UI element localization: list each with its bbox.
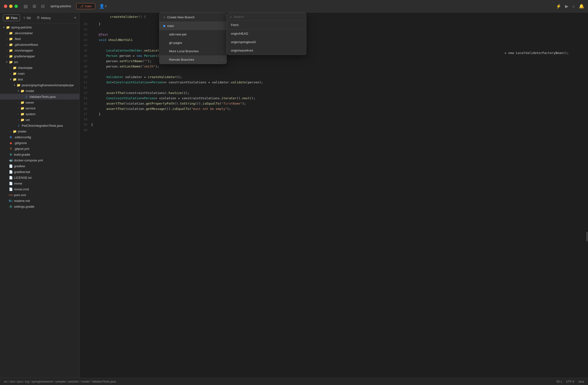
list-item[interactable]: ⚙ settings.gradle bbox=[0, 204, 79, 209]
close-button[interactable] bbox=[4, 5, 7, 8]
line-number: 47 bbox=[80, 59, 91, 64]
list-item[interactable]: › 📁 service bbox=[0, 105, 79, 111]
list-item[interactable]: › 📁 .github/workflows bbox=[0, 42, 79, 47]
list-item[interactable]: ⚙ build.gradle bbox=[0, 152, 79, 157]
sidebar-toggle-icon[interactable]: ▤ bbox=[23, 3, 29, 10]
list-item[interactable]: 📄 LICENSE.txt bbox=[0, 175, 79, 180]
list-item[interactable]: › 📁 main bbox=[0, 71, 79, 76]
item-label: ValidatorTests.java bbox=[29, 95, 56, 98]
list-item[interactable]: › 📁 .fleet bbox=[0, 36, 79, 42]
line-number: 60 bbox=[80, 128, 91, 133]
list-item[interactable]: › 📁 vet bbox=[0, 117, 79, 123]
tree-root[interactable]: ▼ 📁 spring-petclinic bbox=[0, 24, 79, 30]
folder-icon: 📁 bbox=[9, 31, 13, 35]
gradle-icon: ⚙ bbox=[9, 204, 13, 209]
docker-icon: 🐳 bbox=[9, 158, 13, 162]
chevron-down-icon: ▼ bbox=[13, 83, 16, 87]
chevron-right-icon: › bbox=[16, 112, 20, 116]
list-item[interactable]: J ValidatorTests.java bbox=[0, 94, 79, 99]
list-item[interactable]: 📄 gradlew.bat bbox=[0, 169, 79, 175]
file-path: src / test / java / org / springframewor… bbox=[4, 380, 556, 383]
scrollbar-track[interactable] bbox=[586, 13, 588, 378]
item-label: vet bbox=[25, 118, 30, 122]
list-item[interactable]: › 📁 owner bbox=[0, 99, 79, 105]
chevron-right-icon: › bbox=[9, 72, 13, 76]
remote-branches-item[interactable]: Remote Branches › bbox=[159, 56, 227, 64]
diff-icon[interactable]: ⊟ bbox=[40, 3, 46, 10]
branch-item-main[interactable]: main bbox=[159, 22, 227, 30]
list-item[interactable]: ⚙ .editorconfig bbox=[0, 134, 79, 140]
list-item[interactable]: 📄 gradlew bbox=[0, 163, 79, 169]
list-item[interactable]: ▼ 📁 model bbox=[0, 88, 79, 94]
list-item[interactable]: › 📁 system bbox=[0, 111, 79, 117]
minimize-button[interactable] bbox=[9, 5, 13, 8]
more-local-branches-item[interactable]: More Local Branches › bbox=[159, 47, 227, 56]
play-icon[interactable]: ▶ bbox=[565, 4, 568, 9]
line-number: 43 bbox=[80, 38, 91, 42]
branch-label: add-new-pet bbox=[169, 33, 187, 36]
item-label: docker-compose.yml bbox=[14, 158, 43, 162]
search-icon[interactable]: ⌕ bbox=[572, 4, 575, 9]
list-item[interactable]: › 📁 jmeter bbox=[0, 128, 79, 134]
chevron-right-icon: › bbox=[5, 31, 9, 35]
list-item[interactable]: ▼ 📁 test bbox=[0, 76, 79, 82]
list-item[interactable]: </> pom.xml bbox=[0, 192, 79, 198]
file-encoding: UTF-8 bbox=[566, 380, 574, 383]
list-item[interactable]: › 📁 gradle/wrapper bbox=[0, 53, 79, 59]
remote-branch-wavefront[interactable]: origin/wavefront bbox=[227, 46, 306, 55]
list-item[interactable]: Y .gitpod.yml bbox=[0, 146, 79, 152]
lightning-icon[interactable]: ⚡ bbox=[556, 4, 561, 9]
layout-icon[interactable]: ⊞ bbox=[32, 3, 37, 10]
fetch-button[interactable]: Fetch bbox=[227, 21, 306, 29]
branch-label: gh-pages bbox=[169, 41, 182, 45]
branch-item-add-new-pet[interactable]: add-new-pet bbox=[159, 30, 227, 38]
line-content: Validator validator = createValidator(); bbox=[91, 75, 584, 80]
list-item[interactable]: › 📁 checkstyle bbox=[0, 65, 79, 71]
more-local-label: More Local Branches bbox=[169, 49, 199, 53]
yaml-icon: Y bbox=[9, 147, 13, 151]
list-item[interactable]: › 📁 .mvn/wrapper bbox=[0, 47, 79, 53]
chevron-right-icon: › bbox=[9, 66, 13, 70]
list-item[interactable]: J PetClinicIntegrationTests.java bbox=[0, 123, 79, 128]
list-item[interactable]: ▼ 📁 java/org/springframework/samples/pe bbox=[0, 82, 79, 88]
branch-tab[interactable]: ⎇ main bbox=[76, 3, 95, 9]
bell-icon[interactable]: 🔔 bbox=[579, 4, 584, 9]
add-tab-icon[interactable]: 👤+ bbox=[99, 4, 107, 9]
spacer bbox=[5, 164, 9, 168]
line-content: Set<ConstraintViolation<Person>> constra… bbox=[91, 80, 584, 85]
remote-branch-springboot3[interactable]: origin/springboot3 bbox=[227, 38, 306, 46]
tab-history[interactable]: ⏱ History bbox=[34, 15, 53, 21]
list-item[interactable]: 📄 mvnw.cmd bbox=[0, 186, 79, 192]
traffic-lights bbox=[4, 5, 18, 8]
folder-icon: 📁 bbox=[13, 77, 17, 81]
folder-icon: 📁 bbox=[13, 71, 17, 76]
list-item[interactable]: M↓ readme.md bbox=[0, 198, 79, 204]
item-label: java/org/springframework/samples/pe bbox=[22, 83, 74, 87]
tab-git[interactable]: ⑂ Git bbox=[21, 15, 33, 21]
remote-branch-origin-head[interactable]: origin/HEAD bbox=[227, 29, 306, 38]
list-item[interactable]: 🐳 docker-compose.yml bbox=[0, 157, 79, 163]
maximize-button[interactable] bbox=[15, 5, 18, 8]
item-label: service bbox=[25, 106, 36, 110]
list-item[interactable]: ▼ 📁 src bbox=[0, 59, 79, 65]
chevron-right-icon: › bbox=[5, 48, 9, 52]
list-item[interactable]: › 📁 .devcontainer bbox=[0, 30, 79, 36]
line-number: 57 bbox=[80, 112, 91, 116]
code-line: 55 assertThat(violation.getPropertyPath(… bbox=[80, 101, 588, 106]
search-input[interactable] bbox=[234, 15, 303, 19]
list-item[interactable]: 📄 mvnw bbox=[0, 180, 79, 186]
create-new-branch-button[interactable]: + Create New Branch bbox=[159, 13, 227, 22]
tab-files[interactable]: 📁 Files bbox=[3, 15, 20, 21]
branch-item-gh-pages[interactable]: gh-pages bbox=[159, 38, 227, 47]
chevron-down-icon: ▼ bbox=[9, 77, 13, 81]
line-number: 42 bbox=[80, 33, 91, 37]
add-panel-button[interactable]: + bbox=[74, 15, 76, 20]
list-item[interactable]: ◆ .gitignore bbox=[0, 140, 79, 146]
folder-icon: 📁 bbox=[9, 48, 13, 53]
folder-icon: 📁 bbox=[20, 112, 25, 116]
code-editor[interactable]: 40 } 41 42 @Test 43 void shouldNotVali bbox=[80, 20, 588, 378]
git-icon: ⑂ bbox=[23, 16, 25, 20]
chevron-down-icon: ▼ bbox=[5, 60, 9, 64]
scrollbar-thumb[interactable] bbox=[587, 232, 588, 241]
item-label: LICENSE.txt bbox=[14, 176, 32, 179]
